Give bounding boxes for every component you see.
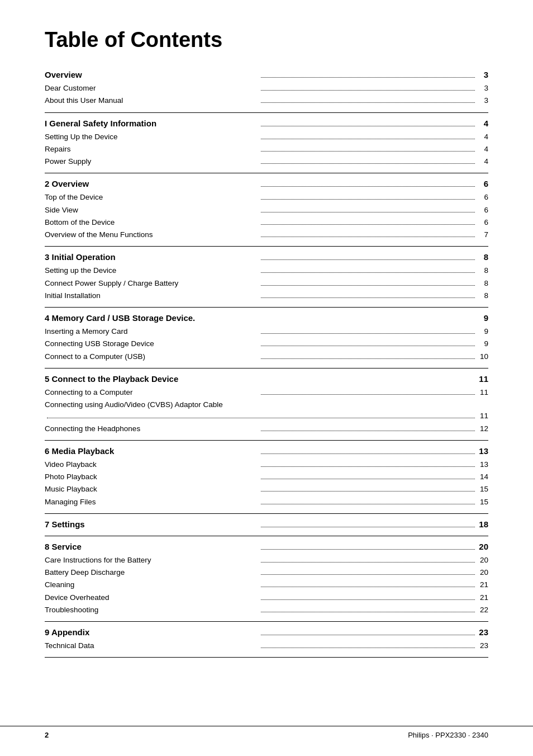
toc-dots-overview2: [261, 186, 475, 187]
toc-item-page: 7: [477, 229, 488, 240]
toc-item-page: 13: [477, 459, 488, 470]
toc-item-page: 4: [477, 144, 488, 155]
toc-item-dots: [261, 479, 475, 479]
toc-item-dots: [261, 163, 475, 164]
toc-item-dots: [261, 102, 475, 103]
toc-item-text: Connecting using Audio/Video (CVBS) Adap…: [45, 400, 223, 409]
toc-heading-text-appendix: 9 Appendix: [45, 626, 259, 638]
toc-item-text: Setting up the Device: [45, 265, 259, 276]
toc-item-page: 3: [477, 83, 488, 94]
toc-heading-text-service: 8 Service: [45, 541, 259, 552]
toc-heading-memory-card: 4 Memory Card / USB Storage Device.9: [45, 312, 488, 324]
toc-item-page: 11: [477, 387, 488, 398]
toc-item-text: Connecting USB Storage Device: [45, 338, 259, 349]
toc-section-settings: 7 Settings18: [45, 518, 488, 530]
toc-heading-page-overview: 3: [477, 69, 488, 81]
toc-item-overview2-1: Side View6: [45, 205, 488, 216]
toc-item-text: Care Instructions for the Battery: [45, 555, 259, 566]
toc-item-page: 3: [477, 95, 488, 106]
toc-item-text: Top of the Device: [45, 192, 259, 203]
toc-section-media-playback: 6 Media Playback13Video Playback13Photo …: [45, 445, 488, 508]
toc-item-dots: [261, 346, 475, 346]
toc-heading-text-memory-card: 4 Memory Card / USB Storage Device.: [45, 312, 475, 324]
toc-heading-text-settings: 7 Settings: [45, 518, 259, 530]
toc-item-initial-operation-2: Initial Installation8: [45, 290, 488, 301]
toc-section-appendix: 9 Appendix23Technical Data23: [45, 626, 488, 651]
toc-item-text: Music Playback: [45, 484, 259, 495]
toc-heading-page-service: 20: [477, 541, 488, 552]
toc-item-page: 9: [477, 338, 488, 349]
toc-item-page: 21: [477, 579, 488, 590]
toc-section-overview: Overview3Dear Customer3About this User M…: [45, 69, 488, 107]
toc-item-dots: [261, 648, 475, 648]
toc-item-media-playback-1: Photo Playback14: [45, 471, 488, 483]
toc-item-text: Setting Up the Device: [45, 131, 259, 143]
toc-item-dots: [261, 504, 475, 504]
toc-item-dots: [261, 297, 475, 298]
toc-item-dots: [261, 224, 475, 225]
toc-dots-appendix: [261, 635, 475, 635]
toc-section-initial-operation: 3 Initial Operation8Setting up the Devic…: [45, 251, 488, 301]
toc-dots-settings: [261, 527, 475, 527]
toc-item-general-safety-1: Repairs4: [45, 144, 488, 155]
toc-heading-text-overview: Overview: [45, 69, 259, 81]
toc-item-general-safety-0: Setting Up the Device4: [45, 131, 488, 143]
toc-item-memory-card-1: Connecting USB Storage Device9: [45, 338, 488, 349]
toc-item-overview-1: About this User Manual3: [45, 95, 488, 106]
toc-item-page: 6: [477, 192, 488, 203]
toc-heading-text-media-playback: 6 Media Playback: [45, 445, 259, 457]
toc-item-text: Device Overheated: [45, 592, 259, 603]
toc-item-text: Photo Playback: [45, 471, 259, 483]
toc-item-page: 12: [477, 423, 488, 434]
section-divider-settings: [45, 536, 488, 536]
section-divider-general-safety: [45, 173, 488, 173]
toc-heading-page-initial-operation: 8: [477, 251, 488, 263]
toc-item-dots: [261, 431, 475, 431]
toc-item-page: 8: [477, 290, 488, 301]
toc-item-dots: [261, 612, 475, 612]
toc-item-dots: [261, 139, 475, 139]
toc-heading-page-appendix: 23: [477, 626, 488, 638]
toc-item-dots: [261, 358, 475, 359]
toc-item-dots: [261, 394, 475, 395]
toc-heading-page-connect-playback: 11: [477, 373, 488, 385]
toc-heading-text-overview2: 2 Overview: [45, 178, 259, 190]
toc-item-overview-0: Dear Customer3: [45, 83, 488, 94]
toc-dots-general-safety: [261, 126, 475, 126]
toc-item-text: Overview of the Menu Functions: [45, 229, 259, 240]
toc-item-connect-playback-2: Connecting the Headphones12: [45, 423, 488, 434]
section-divider-initial-operation: [45, 307, 488, 308]
toc-dots-overview: [261, 77, 475, 78]
toc-item-page: 10: [477, 351, 488, 362]
section-divider-appendix: [45, 657, 488, 658]
toc-item-text: Dear Customer: [45, 83, 259, 94]
section-divider-media-playback: [45, 513, 488, 514]
toc-item-appendix-0: Technical Data23: [45, 640, 488, 651]
toc-item-page: 8: [477, 278, 488, 289]
toc-item-dots: [47, 418, 475, 418]
toc-dots-media-playback: [261, 453, 475, 454]
toc-item-text: About this User Manual: [45, 95, 259, 106]
toc-item-dots: [261, 212, 475, 212]
toc-item-dots: [261, 466, 475, 467]
toc-dots-initial-operation: [261, 259, 475, 260]
toc-item-page: 9: [477, 326, 488, 337]
toc-item-text: Video Playback: [45, 459, 259, 470]
toc-item-page: 6: [477, 205, 488, 216]
toc-section-overview2: 2 Overview6Top of the Device6Side View6B…: [45, 178, 488, 240]
toc-item-media-playback-3: Managing Files15: [45, 497, 488, 508]
toc-item-dots: [261, 491, 475, 492]
toc-item-page: 11: [477, 410, 488, 422]
toc-item-page: 21: [477, 592, 488, 603]
toc-item-overview2-2: Bottom of the Device6: [45, 217, 488, 228]
toc-section-connect-playback: 5 Connect to the Playback Device11Connec…: [45, 373, 488, 434]
toc-heading-text-connect-playback: 5 Connect to the Playback Device: [45, 373, 475, 385]
toc-item-text: Cleaning: [45, 579, 259, 590]
toc-item-overview2-0: Top of the Device6: [45, 192, 488, 203]
toc-item-text: Troubleshooting: [45, 604, 259, 616]
toc-item-service-0: Care Instructions for the Battery20: [45, 555, 488, 566]
toc-item-text: Technical Data: [45, 640, 259, 651]
toc-item-page: 4: [477, 156, 488, 167]
toc-item-page: 4: [477, 131, 488, 143]
toc-item-page: 6: [477, 217, 488, 228]
